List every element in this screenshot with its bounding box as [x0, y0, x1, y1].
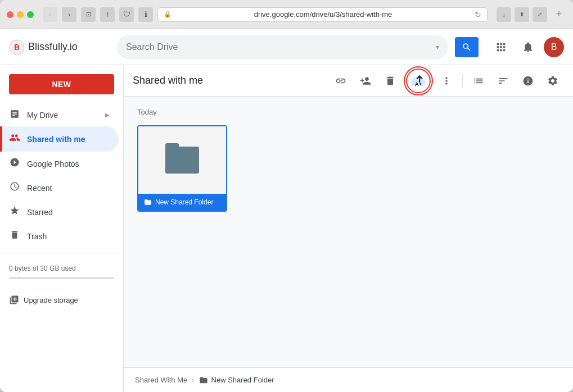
sidebar-item-label: Google Photos: [27, 159, 79, 168]
trash-icon: [9, 230, 20, 243]
toolbar-title: Shared with me: [133, 75, 325, 86]
content-area: NEW My Drive ▶ Shared with me: [0, 65, 573, 392]
address-bar[interactable]: 🔒 drive.google.com/drive/u/3/shared-with…: [157, 7, 488, 22]
google-photos-icon: [9, 157, 20, 170]
folder-icon-large: [165, 147, 199, 174]
search-input[interactable]: [126, 42, 431, 52]
file-thumbnail: [138, 126, 226, 194]
sidebar-item-starred[interactable]: Starred: [0, 200, 119, 224]
breadcrumb-current-name: New Shared Folder: [211, 376, 274, 384]
download-button[interactable]: ↓: [497, 7, 511, 22]
my-drive-icon: [9, 109, 20, 121]
new-tab-button[interactable]: +: [552, 7, 566, 22]
upgrade-icon: [9, 295, 19, 305]
file-area: Today New Shared Folder: [124, 97, 573, 367]
header-icons: B: [490, 36, 564, 58]
sidebar-item-label: Starred: [27, 208, 53, 217]
storage-text: 0 bytes of 30 GB used: [9, 265, 76, 272]
tab-overview-button[interactable]: ⊡: [81, 7, 96, 22]
search-icon: [462, 42, 472, 52]
search-button[interactable]: [455, 37, 479, 57]
file-grid: New Shared Folder: [137, 125, 560, 212]
sort-button[interactable]: [492, 70, 515, 92]
svg-text:A+: A+: [415, 80, 422, 86]
info-button[interactable]: ℹ: [138, 7, 153, 22]
svg-text:B: B: [14, 43, 20, 52]
add-to-drive-icon: A+: [411, 74, 426, 88]
info-panel-button[interactable]: [517, 70, 539, 92]
breadcrumb-bar: Shared With Me › New Shared Folder: [124, 367, 573, 392]
new-button[interactable]: NEW: [9, 74, 114, 94]
maximize-window-button[interactable]: [27, 11, 34, 18]
file-name: New Shared Folder: [155, 198, 213, 206]
delete-icon: [385, 75, 396, 86]
app-header: B Blissfully.io ▾ B: [0, 29, 573, 65]
breadcrumb-folder-icon: [199, 376, 208, 385]
sidebar-item-label: My Drive: [27, 111, 58, 120]
toolbar-actions: A+: [330, 69, 564, 93]
search-bar: ▾: [117, 35, 448, 60]
upgrade-label: Upgrade storage: [24, 296, 78, 304]
shared-people-icon: [9, 132, 20, 146]
storage-bar-background: [9, 277, 114, 279]
sidebar-item-label: Trash: [27, 232, 47, 241]
sidebar-divider: [0, 253, 123, 253]
folder-small-icon: [144, 198, 152, 206]
sidebar-item-trash[interactable]: Trash: [0, 224, 119, 248]
reader-mode-button[interactable]: I: [100, 7, 115, 22]
link-icon: [335, 75, 346, 86]
sidebar-item-label: Shared with me: [27, 135, 85, 144]
more-options-button[interactable]: [435, 70, 458, 92]
add-to-drive-button[interactable]: A+: [406, 69, 431, 93]
close-window-button[interactable]: [7, 11, 13, 18]
privacy-button[interactable]: 🛡: [119, 7, 134, 22]
minimize-window-button[interactable]: [17, 11, 24, 18]
list-view-button[interactable]: [467, 70, 490, 92]
main-content: Shared with me: [124, 65, 573, 392]
forward-button[interactable]: ›: [62, 7, 76, 22]
url-text: drive.google.com/drive/u/3/shared-with-m…: [175, 10, 471, 19]
file-card[interactable]: New Shared Folder: [137, 125, 227, 212]
sidebar-item-recent[interactable]: Recent: [0, 176, 119, 200]
breadcrumb-separator: ›: [192, 376, 194, 384]
sidebar-item-my-drive[interactable]: My Drive ▶: [0, 103, 119, 126]
titlebar: ‹ › ⊡ I 🛡 ℹ 🔒 drive.google.com/drive/u/3…: [0, 0, 573, 29]
reload-button[interactable]: ↻: [475, 10, 481, 19]
sidebar: NEW My Drive ▶ Shared with me: [0, 65, 124, 392]
settings-button[interactable]: [542, 70, 564, 92]
breadcrumb-current: New Shared Folder: [199, 376, 274, 385]
lock-icon: 🔒: [164, 11, 172, 18]
share-browser-button[interactable]: ⬆: [515, 7, 529, 22]
main-toolbar: Shared with me: [124, 65, 573, 97]
apps-button[interactable]: [490, 36, 512, 58]
file-card-label: New Shared Folder: [138, 194, 226, 211]
list-view-icon: [473, 75, 484, 86]
storage-area: 0 bytes of 30 GB used: [0, 258, 123, 290]
sidebar-item-google-photos[interactable]: Google Photos: [0, 152, 119, 176]
back-button[interactable]: ‹: [43, 7, 57, 22]
more-vert-icon: [441, 75, 452, 86]
section-label: Today: [137, 108, 560, 116]
toolbar-right: ↓ ⬆ ⤢: [497, 7, 547, 22]
add-person-button[interactable]: [354, 70, 377, 92]
info-icon: [522, 75, 534, 86]
notifications-button[interactable]: [517, 36, 539, 58]
traffic-lights: [7, 11, 34, 18]
sort-icon: [498, 75, 509, 86]
sidebar-item-shared-with-me[interactable]: Shared with me: [0, 126, 119, 152]
bell-icon: [522, 41, 534, 53]
search-dropdown-icon[interactable]: ▾: [436, 43, 439, 51]
logo-area: B Blissfully.io: [9, 39, 110, 55]
add-person-icon: [360, 75, 371, 86]
link-button[interactable]: [330, 70, 352, 92]
delete-button[interactable]: [379, 70, 401, 92]
breadcrumb-root[interactable]: Shared With Me: [135, 376, 187, 384]
logo-text: Blissfully.io: [28, 41, 78, 53]
settings-icon: [547, 75, 558, 86]
upgrade-storage-button[interactable]: Upgrade storage: [0, 290, 123, 309]
sidebar-item-label: Recent: [27, 184, 52, 193]
star-icon: [9, 206, 20, 218]
avatar[interactable]: B: [544, 37, 564, 57]
clock-icon: [9, 181, 20, 194]
fullscreen-button[interactable]: ⤢: [533, 7, 547, 22]
